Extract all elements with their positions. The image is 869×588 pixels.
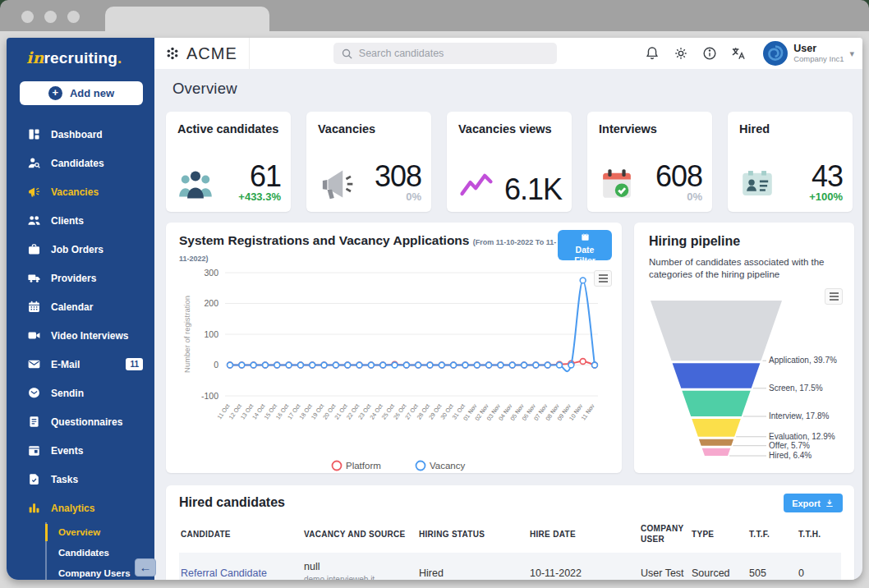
svg-text:100: 100 [204,329,218,339]
funnel-stage-label: Screen, 17.5% [769,384,823,393]
stat-card-vacancies-views: Vacancies views6.1K [447,112,572,212]
column-header-date: HIRE DATE [528,517,639,553]
card-title: Hired [739,122,843,137]
column-header-candidate: CANDIDATE [179,517,302,553]
sidebar-item-job-orders[interactable]: Job Orders [7,235,154,264]
search-icon [341,48,353,60]
hired-candidates-panel: Hired candidates Export CANDIDATEVACANCY… [166,485,854,580]
ttf-cell: 505 [747,553,797,580]
sidebar-item-label: Events [51,445,83,457]
sidebar-item-clients[interactable]: Clients [7,206,154,235]
tth-cell: 0 [797,553,841,580]
sidebar-collapse-button[interactable]: ← [135,558,156,577]
search-input[interactable] [359,48,549,59]
sidebar-item-sendin[interactable]: Sendin [7,379,154,407]
sidebar-item-candidates[interactable]: Candidates [7,149,154,177]
user-info: User Company Inc1 [793,44,844,63]
bell-icon[interactable] [644,45,660,62]
gear-icon[interactable] [673,45,689,62]
registrations-chart-panel: System Registrations and Vacancy Applica… [166,223,622,473]
card-delta: +100% [809,191,843,204]
hire-date-cell: 10-11-2022 [528,553,639,580]
sidebar-item-video-interviews[interactable]: Video Interviews [7,321,154,350]
funnel-stage-evaluation [692,419,741,437]
sidebar-item-analytics[interactable]: Analytics [7,494,154,522]
stat-card-hired: Hired43+100% [728,112,853,212]
company-avatar [763,41,788,66]
svg-text:0: 0 [214,360,218,370]
sidebar-item-calendar[interactable]: Calendar [7,292,154,321]
video-camera-icon [27,328,41,342]
funnel-stage-application [651,301,782,361]
column-header-ttf: T.T.F. [747,517,797,553]
svg-text:300: 300 [204,268,218,278]
translate-icon[interactable] [730,45,747,62]
content: Active candidates61+433.3%Vacancies3080%… [154,108,862,580]
sidebar-item-events[interactable]: Events [7,436,154,465]
window-close-button[interactable] [21,11,34,23]
pipeline-context-menu-button[interactable] [825,288,843,305]
topbar-icons: User Company Inc1 ▾ [644,41,854,66]
stat-card-vacancies: Vacancies3080% [306,112,431,212]
svg-text:Platform: Platform [346,461,381,471]
sidebar: inrecruiting. + Add new DashboardCandida… [7,38,154,580]
sidebar-item-vacancies[interactable]: Vacancies [7,177,154,206]
type-cell: Sourced [690,553,747,580]
chart-panels: System Registrations and Vacancy Applica… [166,223,854,473]
main-area: ACME [154,38,862,580]
add-new-button[interactable]: + Add new [20,81,143,105]
company-name: Company Inc1 [793,54,844,63]
card-title: Vacancies [318,122,421,137]
sidebar-item-providers[interactable]: Providers [7,264,154,292]
export-button[interactable]: Export [784,494,843,512]
sidebar-item-label: Sendin [51,388,84,399]
browser-tab[interactable] [105,7,269,31]
window-maximize-button[interactable] [67,11,80,23]
card-title: Active candidates [177,122,281,137]
app-window: inrecruiting. + Add new DashboardCandida… [7,38,862,580]
stat-cards: Active candidates61+433.3%Vacancies3080%… [166,112,854,212]
sidebar-item-label: Providers [51,273,96,284]
svg-text:-100: -100 [201,391,218,401]
sidebar-item-label: Clients [51,215,84,227]
acme-logo-icon [164,45,181,62]
window-minimize-button[interactable] [44,11,57,23]
id-card-icon [739,166,775,202]
calendar-icon [27,300,41,314]
sidebar-item-dashboard[interactable]: Dashboard [7,120,154,149]
sidebar-subitem-overview[interactable]: Overview [47,522,154,543]
trend-line-icon [458,166,494,202]
sidebar-item-label: Job Orders [51,244,103,255]
funnel-stage-label: Offer, 5.7% [769,441,810,450]
desktop-background: inrecruiting. + Add new DashboardCandida… [0,38,869,588]
sidebar-nav: DashboardCandidatesVacanciesClientsJob O… [7,120,154,522]
vacancy-and-source-cell: nulldemo.intervieweb.it [302,553,417,580]
sidebar-item-questionnaires[interactable]: Questionnaires [7,407,154,436]
company-user-cell: User Test [639,553,690,580]
chart-context-menu-button[interactable] [594,270,612,287]
legend-item-platform[interactable]: Platform [333,461,381,471]
sidebar-item-e-mail[interactable]: E-Mail11 [7,350,154,379]
briefcase-icon [27,242,41,256]
browser-toolbar [0,31,869,38]
tasks-icon [27,472,41,486]
legend-item-vacancy[interactable]: Vacancy [416,461,466,471]
questionnaire-icon [27,415,41,429]
funnel-stage-label: Application, 39.7% [769,356,837,365]
pipeline-title: Hiring pipeline [649,234,841,249]
candidate-link[interactable]: Referral Candidate [181,567,267,579]
table-body: Referral Candidatenulldemo.intervieweb.i… [179,553,841,580]
hired-candidates-title: Hired candidates [179,495,841,510]
envelope-icon [27,357,41,371]
page-header: Overview [154,69,862,108]
sidebar-item-label: Tasks [51,474,78,485]
people-group-icon [177,166,214,202]
user-menu[interactable]: User Company Inc1 ▾ [763,41,854,66]
user-name: User [793,44,844,54]
funnel-stage-label: Interview, 17.8% [769,411,829,420]
sidebar-item-tasks[interactable]: Tasks [7,465,154,494]
date-filter-button[interactable]: Date Filter [558,230,612,260]
candidate-search-icon [27,156,41,170]
info-icon[interactable] [701,45,718,62]
sidebar-item-label: E-Mail [51,359,80,370]
